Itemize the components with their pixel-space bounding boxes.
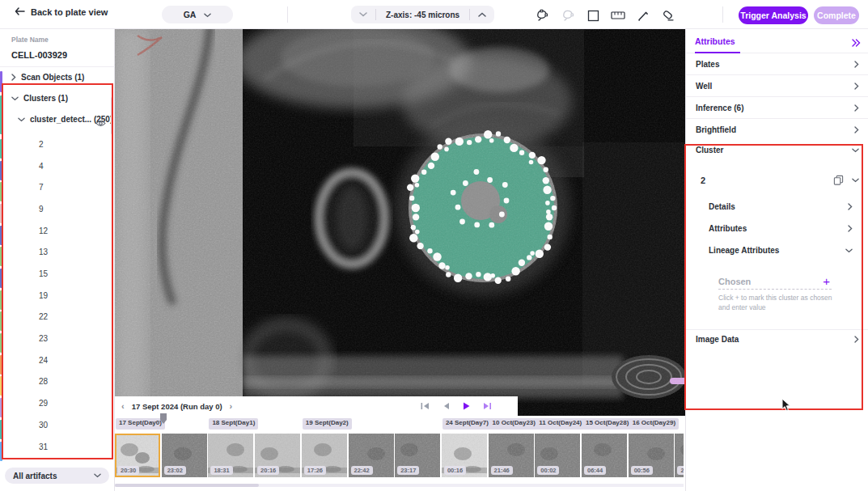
timeline-date-label: 24 Sept(Day7) xyxy=(442,418,492,430)
next-day-button[interactable]: › xyxy=(230,401,233,411)
cluster-list-item[interactable]: 15 xyxy=(39,269,58,281)
eraser-icon[interactable] xyxy=(660,8,675,23)
thumbnail-timestamp: 00:56 xyxy=(631,466,653,475)
timeline-thumbnail[interactable]: 18:31 xyxy=(208,434,253,477)
right-panel: Attributes Plates Well Inference (6) Bri… xyxy=(685,29,868,491)
cluster-attributes-row[interactable]: Attributes xyxy=(709,224,853,233)
timeline-nav-bar: ‹ 17 Sept 2024 (Run day 0) › xyxy=(115,396,518,416)
chevron-right-icon xyxy=(854,104,859,112)
thumbnail-timestamp: 00:16 xyxy=(444,466,466,475)
timeline-date-label: 19 Sept(Day2) xyxy=(303,418,352,430)
z-axis-down-button[interactable] xyxy=(351,6,375,23)
skip-first-button[interactable] xyxy=(421,402,430,410)
cluster-list-item[interactable]: 31 xyxy=(39,442,58,454)
timeline-scrollbar-thumb[interactable] xyxy=(115,484,259,487)
artifacts-filter-value: All artifacts xyxy=(13,472,57,480)
cluster-value-row: 2 xyxy=(701,175,859,185)
timeline-thumbnail[interactable]: 06:44 xyxy=(582,434,627,477)
sidebar-item-clusters[interactable]: Clusters (1) xyxy=(11,94,68,103)
timeline-thumbnail[interactable]: 17:26 xyxy=(302,434,347,477)
app-window: Back to plate view GA Z-axis: -45 micron… xyxy=(0,0,868,491)
collapse-panel-icon[interactable] xyxy=(851,36,861,50)
sidebar-scrollbar[interactable] xyxy=(111,97,113,134)
cluster-list-item[interactable]: 30 xyxy=(39,421,58,432)
back-to-plate-view-button[interactable]: Back to plate view xyxy=(15,7,108,17)
chevron-right-icon xyxy=(11,74,16,81)
play-button[interactable] xyxy=(463,402,470,410)
step-back-button[interactable] xyxy=(442,402,450,410)
cluster-section-header[interactable]: Cluster xyxy=(696,146,859,154)
back-label: Back to plate view xyxy=(31,7,108,17)
cluster-list-item[interactable]: 12 xyxy=(39,226,58,238)
cluster-color-strip xyxy=(0,442,2,461)
section-row-well[interactable]: Well xyxy=(686,75,868,97)
thumbnail-timestamp: 23:17 xyxy=(397,466,419,475)
timeline-date-label: 18 Sept(Day1) xyxy=(209,418,258,430)
details-label: Details xyxy=(709,202,735,211)
cluster-id-value: 2 xyxy=(701,176,705,185)
cluster-details-row[interactable]: Details xyxy=(709,202,853,211)
timeline-thumbnail[interactable]: 23:17 xyxy=(395,434,440,477)
timeline-slider-handle[interactable] xyxy=(159,413,167,428)
tab-attributes[interactable]: Attributes xyxy=(695,36,735,46)
timeline-thumbnail[interactable]: 21:46 xyxy=(489,434,534,477)
lasso-select-icon[interactable] xyxy=(534,8,548,23)
rectangle-select-icon[interactable] xyxy=(586,8,600,23)
z-axis-up-button[interactable] xyxy=(470,6,494,23)
sidebar-item-scan-objects[interactable]: Scan Objects (1) xyxy=(11,73,84,82)
cluster-list-item[interactable]: 7 xyxy=(39,183,58,194)
cluster-color-strip xyxy=(0,420,2,439)
timeline-thumbnail[interactable]: 00:02 xyxy=(535,434,580,477)
lasso-alt-icon[interactable] xyxy=(560,8,574,23)
pen-icon[interactable] xyxy=(636,8,650,23)
section-row-inference[interactable]: Inference (6) xyxy=(686,97,868,119)
chevron-down-icon xyxy=(18,117,25,122)
section-label: Plates xyxy=(696,60,719,69)
add-chosen-button[interactable]: + xyxy=(823,274,830,288)
well-selector-dropdown[interactable]: GA xyxy=(162,6,233,23)
cluster-list-item[interactable]: 24 xyxy=(39,356,58,367)
ruler-icon[interactable] xyxy=(611,8,625,23)
cluster-list-item[interactable]: 22 xyxy=(39,312,58,324)
timeline-thumbnail[interactable]: 2 xyxy=(675,434,684,477)
timeline-current-date: 17 Sept 2024 (Run day 0) xyxy=(132,402,222,411)
artifacts-filter-dropdown[interactable]: All artifacts xyxy=(5,468,109,484)
cluster-list-item[interactable]: 19 xyxy=(39,291,58,303)
section-row-plates[interactable]: Plates xyxy=(686,53,868,75)
cluster-list-item[interactable]: 23 xyxy=(39,334,58,345)
image-data-row[interactable]: Image Data xyxy=(696,335,859,344)
cluster-list-item[interactable]: 29 xyxy=(39,399,58,410)
right-panel-tabs: Attributes xyxy=(686,29,868,53)
skip-last-button[interactable] xyxy=(483,402,492,410)
timeline-thumbnail[interactable]: 20:30 xyxy=(115,434,160,477)
viewer-canvas[interactable] xyxy=(115,29,685,416)
left-sidebar: Plate Name CELL-003929 Scan Objects (1) … xyxy=(0,29,115,491)
cluster-list-item[interactable]: 2 xyxy=(39,140,58,151)
copy-icon[interactable] xyxy=(833,175,844,185)
thumbnail-timestamp: 2 xyxy=(677,466,684,475)
chosen-label: Chosen xyxy=(718,277,751,286)
chosen-hint-text: Click + to mark this cluster as chosen a… xyxy=(718,293,840,312)
thumbnail-timestamp: 21:46 xyxy=(491,466,513,475)
cluster-list-item[interactable]: 9 xyxy=(39,205,58,216)
trigger-analysis-button[interactable]: Trigger Analysis xyxy=(739,6,808,24)
cluster-list-item[interactable]: 4 xyxy=(39,162,58,173)
cluster-color-strip xyxy=(0,398,2,417)
eye-icon[interactable] xyxy=(95,116,106,130)
clusters-color-strip xyxy=(0,95,2,134)
timeline-thumbnail[interactable]: 20:16 xyxy=(255,434,300,477)
cluster-list-item[interactable]: 28 xyxy=(39,377,58,388)
timeline-thumbnail[interactable]: 00:16 xyxy=(442,434,487,477)
cluster-list-item[interactable]: 13 xyxy=(39,248,58,259)
timeline-date-label: 11 Oct(Day24) xyxy=(536,418,585,430)
timeline-thumbnail[interactable]: 23:02 xyxy=(162,434,207,477)
prev-day-button[interactable]: ‹ xyxy=(121,401,125,411)
timeline-thumbnail[interactable]: 00:56 xyxy=(629,434,674,477)
lineage-attributes-row[interactable]: Lineage Attributes xyxy=(709,246,853,255)
chevron-right-icon xyxy=(854,61,859,68)
timeline-thumbnail[interactable]: 22:42 xyxy=(349,434,394,477)
section-row-brightfield[interactable]: Brightfield xyxy=(686,119,868,141)
complete-button[interactable]: Complete xyxy=(814,6,859,24)
timeline-thumbnail-strip: 17 Sept(Day0)20:3023:0218 Sept(Day1)18:3… xyxy=(115,416,684,491)
chevron-down-icon[interactable] xyxy=(852,178,859,183)
